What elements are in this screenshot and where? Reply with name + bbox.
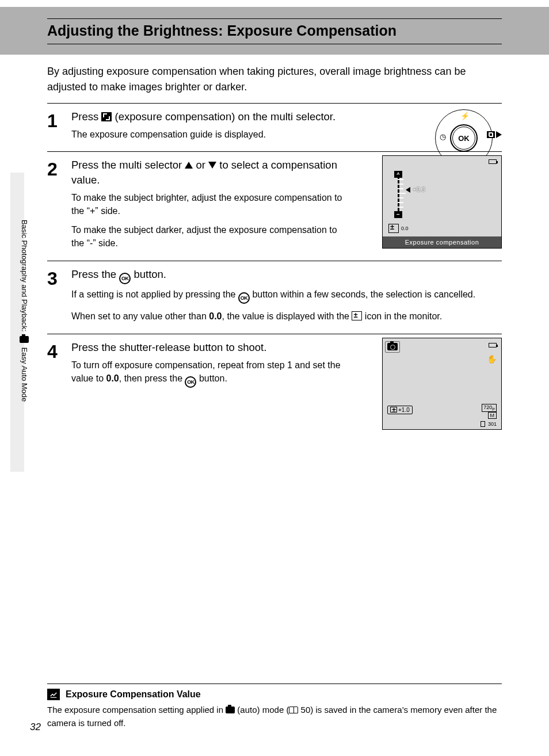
up-arrow-icon (185, 162, 193, 169)
step-1: 1 Press (exposure compensation) on the m… (47, 103, 502, 151)
battery-icon (489, 159, 497, 164)
exposure-value: +0.3 (413, 186, 425, 193)
step-2: 2 Press the multi selector or to select … (47, 151, 502, 261)
step-number: 1 (47, 109, 71, 141)
step-number: 4 (47, 340, 71, 388)
step-title: Press the multi selector or to select a … (71, 158, 348, 188)
vr-icon: ✋ (487, 354, 497, 364)
image-size-indicator: M (488, 412, 497, 419)
step-title: Press (exposure compensation) on the mul… (71, 109, 348, 124)
ok-button-icon: OK (238, 292, 250, 304)
note-title: Exposure Compensation Value (66, 689, 201, 700)
steps-list: 1 Press (exposure compensation) on the m… (47, 103, 502, 437)
scale-marker-icon (406, 187, 410, 193)
movie-res-indicator: 720P (482, 404, 497, 412)
ok-button-icon: OK (119, 273, 131, 284)
page-title: Adjusting the Brightness: Exposure Compe… (47, 18, 502, 44)
note-icon (47, 689, 60, 700)
step-description: When set to any value other than 0.0, th… (71, 310, 502, 323)
ok-button-icon: OK (450, 124, 478, 152)
exposure-compensation-icon (101, 112, 112, 121)
footer-note: Exposure Compensation Value The exposure… (47, 684, 502, 730)
exposure-compensation-icon (390, 407, 397, 413)
step-title: Press the OK button. (71, 267, 502, 284)
lcd-exposure-screen: + +0.3 − 0.0 Exposur (382, 155, 502, 249)
remaining-count: 301 (488, 421, 497, 427)
exposure-compensation-icon (352, 311, 362, 320)
exposure-bottom-value: 0.0 (401, 226, 409, 231)
step-description: To make the subject brighter, adjust the… (71, 191, 348, 217)
step-description: To turn off exposure compensation, repea… (71, 358, 348, 388)
self-timer-icon: ◷ (440, 132, 446, 141)
step-description: If a setting is not applied by pressing … (71, 288, 502, 304)
down-arrow-icon (208, 162, 216, 169)
ev-indicator: +1.0 (387, 406, 413, 414)
exposure-compensation-icon (388, 224, 399, 233)
memory-card-icon (481, 421, 485, 427)
step-number: 3 (47, 267, 71, 323)
step-title: Press the shutter-release button to shoo… (71, 340, 348, 355)
step-number: 2 (47, 158, 71, 250)
exposure-compensation-icon (487, 131, 495, 138)
note-body: The exposure compensation setting applie… (47, 704, 502, 730)
intro-text: By adjusting exposure compensation when … (47, 64, 502, 95)
camera-icon (387, 343, 398, 350)
battery-icon (489, 343, 497, 348)
exposure-scale: + +0.3 − (390, 174, 413, 215)
page-number: 32 (30, 721, 41, 733)
chapter-tab-label: Basic Photography and Playback: Easy Aut… (20, 220, 29, 402)
step-description: To make the subject darker, adjust the e… (71, 223, 348, 250)
page-ref-icon (289, 707, 298, 713)
step-3: 3 Press the OK button. If a setting is n… (47, 261, 502, 334)
lcd-shooting-screen: ✋ +1.0 720P M 301 (382, 338, 502, 430)
ok-button-icon: OK (185, 376, 196, 388)
minus-icon: − (394, 211, 402, 218)
step-4: 4 Press the shutter-release button to sh… (47, 334, 502, 437)
step-description: The exposure compensation guide is displ… (71, 128, 348, 141)
camera-icon (226, 707, 235, 713)
arrow-right-icon (496, 131, 502, 138)
flash-icon: ⚡ (460, 112, 470, 120)
page-header: Adjusting the Brightness: Exposure Compe… (0, 7, 549, 55)
camera-icon (20, 336, 29, 343)
lcd-caption: Exposure compensation (383, 236, 501, 248)
